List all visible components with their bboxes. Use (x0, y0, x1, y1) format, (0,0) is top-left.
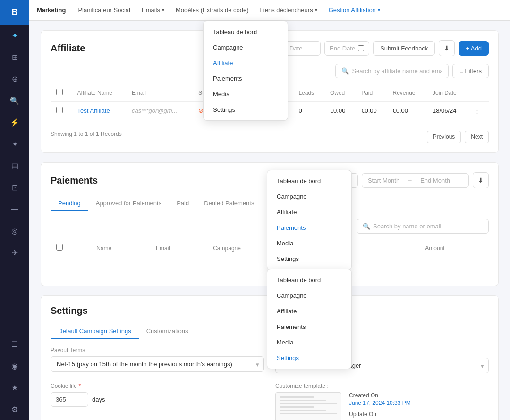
dd3-media[interactable]: Media (267, 335, 351, 350)
sidebar-icon-dot[interactable]: ◉ (5, 356, 25, 376)
dd2-tableau[interactable]: Tableau de bord (267, 173, 351, 189)
paiements-download-icon[interactable]: ⬇ (473, 172, 489, 188)
topnav-brand: Marketing (37, 7, 66, 14)
cookie-life-label: Cookie life * (51, 383, 264, 389)
sidebar-icon-bolt[interactable]: ⚡ (5, 112, 25, 132)
payout-terms-label: Payout Terms (51, 347, 264, 353)
affiliate-title: Affiliate (51, 43, 85, 54)
dd1-campagne[interactable]: Campagne (204, 40, 288, 55)
sidebar-icon-grid2[interactable]: ⊡ (5, 177, 25, 197)
col-owed: Owed (324, 84, 356, 102)
affiliate-select-all[interactable] (56, 89, 63, 95)
sidebar-icon-bookmark[interactable]: ★ (5, 378, 25, 397)
nav-item-planificateur[interactable]: Planificateur Social (73, 4, 135, 17)
affiliate-more-icon[interactable]: ⋮ (468, 102, 489, 120)
sidebar-icon-circle[interactable]: ◎ (5, 221, 25, 241)
affiliate-showing: Showing 1 to 1 of 1 Records (51, 131, 122, 137)
dd3-affiliate[interactable]: Affiliate (267, 303, 351, 319)
dd2-campagne[interactable]: Campagne (267, 189, 351, 204)
created-on-label: Created On (349, 392, 411, 399)
nav-item-liens[interactable]: Liens déclencheurs ▾ (255, 4, 322, 17)
affiliate-submit-feedback[interactable]: Submit Feedback (373, 41, 435, 56)
arrow-icon: → (405, 177, 415, 184)
affiliate-controls: End Date Submit Feedback ⬇ + Add (269, 40, 489, 56)
dd3-paiements[interactable]: Paiements (267, 319, 351, 335)
sidebar-icon-grid[interactable]: ⊞ (5, 47, 25, 67)
chevron-down-icon-3: ▾ (378, 8, 380, 13)
chevron-down-icon-2: ▾ (315, 8, 317, 13)
payout-terms-select[interactable]: Net-15 (pay on 15th of the month the pre… (51, 356, 264, 372)
sidebar-icon-search[interactable]: 🔍 (5, 91, 25, 110)
dropdown-menu-3: Tableau de bord Campagne Affiliate Paiem… (267, 269, 352, 369)
dd2-paiements[interactable]: Paiements (267, 220, 351, 235)
start-month[interactable]: Start Month (362, 174, 405, 187)
dd2-settings[interactable]: Settings (267, 251, 351, 267)
col-email-p: Email (150, 239, 207, 257)
search-icon: 🔍 (341, 67, 349, 75)
affiliate-name-link[interactable]: Test Affiliate (77, 107, 110, 114)
chevron-down-icon: ▾ (162, 8, 164, 13)
tab-denied[interactable]: Denied Paiements (196, 196, 262, 211)
tab-paid[interactable]: Paid (169, 196, 196, 211)
customize-template-label: Customize template : (275, 383, 489, 389)
next-button[interactable]: Next (465, 131, 489, 143)
payout-terms-select-wrapper: Net-15 (pay on 15th of the month the pre… (51, 356, 264, 372)
sidebar: B ✦ ⊞ ⊕ 🔍 ⚡ ✦ ▤ ⊡ — ◎ ✈ ☰ ◉ ★ ⚙ (0, 0, 29, 420)
sidebar-icon-minus[interactable]: — (5, 199, 25, 219)
sidebar-icon-table[interactable]: ▤ (5, 156, 25, 176)
affiliate-join-date: 18/06/24 (427, 102, 468, 120)
dd1-tableau[interactable]: Tableau de bord (204, 24, 288, 40)
dd1-affiliate[interactable]: Affiliate (204, 55, 288, 71)
cookie-life-group: Cookie life * days (51, 383, 264, 420)
template-line-6 (280, 413, 337, 414)
dd3-campagne[interactable]: Campagne (267, 288, 351, 303)
affiliate-add-button[interactable]: + Add (459, 41, 489, 56)
end-date-checkbox[interactable] (358, 45, 364, 51)
nav-item-emails[interactable]: Emails ▾ (137, 4, 169, 17)
end-date-label: End Date (330, 45, 355, 52)
payout-terms-group: Payout Terms Net-15 (pay on 15th of the … (51, 347, 264, 373)
dd3-tableau[interactable]: Tableau de bord (267, 272, 351, 288)
sidebar-icon-gear[interactable]: ⚙ (5, 399, 25, 419)
tab-customizations[interactable]: Customizations (139, 324, 196, 339)
dd1-media[interactable]: Media (204, 86, 288, 102)
dd2-media[interactable]: Media (267, 235, 351, 251)
cookie-life-input[interactable] (51, 392, 88, 407)
affiliate-download-icon[interactable]: ⬇ (439, 40, 455, 56)
paiements-search-input[interactable] (373, 223, 483, 230)
sidebar-icon-star2[interactable]: ✦ (5, 134, 25, 154)
paiements-title: Paiements (51, 175, 98, 186)
paiements-select-all[interactable] (56, 244, 63, 251)
dd1-settings[interactable]: Settings (204, 102, 288, 118)
nav-item-gestion[interactable]: Gestion Affiliation ▾ (324, 4, 385, 17)
col-leads: Leads (293, 84, 324, 102)
calendar-icon[interactable]: ☐ (456, 174, 468, 187)
dd2-affiliate[interactable]: Affiliate (267, 204, 351, 220)
affiliate-search-input[interactable] (352, 67, 442, 75)
affiliate-email: cas***gor@gm... (126, 102, 193, 120)
affiliate-paid: €0.00 (356, 102, 387, 120)
row-checkbox[interactable] (56, 107, 63, 113)
sidebar-icon-list[interactable]: ☰ (5, 334, 25, 354)
tab-approved[interactable]: Approved for Paiements (88, 196, 169, 211)
col-name: Name (91, 239, 150, 257)
col-email: Email (126, 84, 193, 102)
col-paid: Paid (356, 84, 387, 102)
end-month[interactable]: End Month (415, 174, 456, 187)
customize-template-group: Customize template : Created On (275, 383, 489, 420)
topnav: Marketing Planificateur Social Emails ▾ … (29, 0, 510, 21)
sidebar-icon-plus[interactable]: ⊕ (5, 69, 25, 89)
sidebar-icon-send[interactable]: ✈ (5, 243, 25, 262)
previous-button[interactable]: Previous (427, 131, 461, 143)
dropdown-menu-1: Tableau de bord Campagne Affiliate Paiem… (203, 21, 288, 121)
filter-icon: ≡ (459, 67, 465, 75)
sidebar-icon-magic[interactable]: ✦ (5, 25, 25, 45)
nav-item-modeles[interactable]: Modèles (Extraits de code) (171, 4, 254, 17)
tab-default-campaign[interactable]: Default Campaign Settings (51, 324, 139, 339)
dd1-paiements[interactable]: Paiements (204, 71, 288, 86)
col-affiliate-name: Affiliate Name (72, 84, 126, 102)
col-revenue: Revenue (387, 84, 426, 102)
dd3-settings[interactable]: Settings (267, 350, 351, 366)
tab-pending[interactable]: Pending (51, 196, 88, 211)
affiliate-filters-button[interactable]: ≡ Filters (452, 64, 489, 78)
